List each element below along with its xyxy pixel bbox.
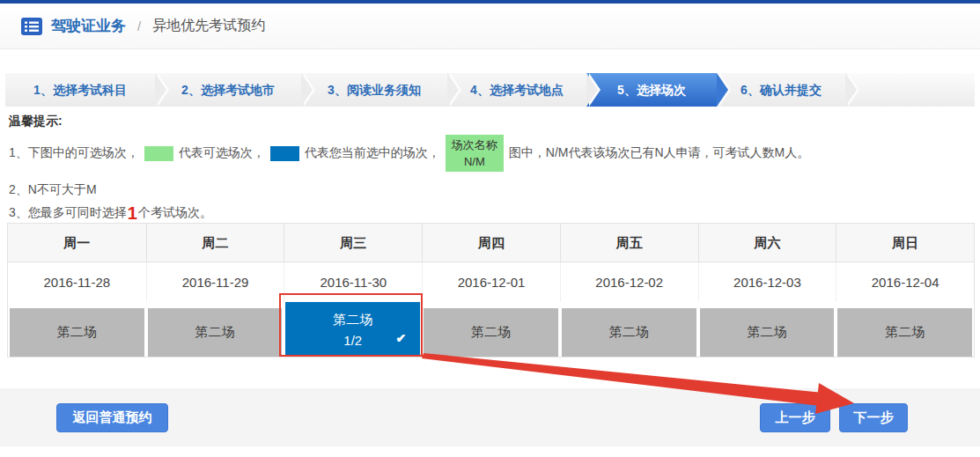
footer-bar: 返回普通预约 上一步 下一步	[0, 388, 980, 446]
tip1-text-b: 代表可选场次，	[179, 145, 265, 161]
weekday-header: 周四	[422, 224, 560, 262]
date-cell: 2016-12-01	[422, 262, 560, 302]
weekday-header: 周三	[284, 224, 422, 262]
weekday-header: 周六	[698, 224, 836, 262]
weekday-header: 周二	[146, 224, 284, 262]
max-select-count: 1	[127, 203, 138, 224]
tab-step-2[interactable]: 2、选择考试地市	[155, 73, 301, 107]
tip3-text-a: 3、您最多可同时选择	[9, 205, 127, 221]
page: 驾驶证业务 / 异地优先考试预约 1、选择考试科目 2、选择考试地市 3、阅读业…	[0, 0, 980, 457]
back-to-normal-booking-button[interactable]: 返回普通预约	[56, 403, 168, 432]
date-cell: 2016-12-04	[836, 262, 974, 302]
breadcrumb-separator: /	[137, 18, 141, 33]
session-cell[interactable]: 第二场	[424, 308, 558, 357]
weekday-header-row: 周一 周二 周三 周四 周五 周六 周日	[8, 224, 974, 262]
session-cell-selected[interactable]: 第二场 1/2 ✔	[285, 302, 420, 357]
tip-line-2: 2、N不可大于M	[9, 182, 980, 198]
tip1-text-d: 图中，N/M代表该场次已有N人申请，可考试人数M人。	[509, 145, 809, 161]
tab-step-5-active[interactable]: 5、选择场次	[586, 73, 717, 107]
next-step-button[interactable]: 下一步	[839, 403, 908, 432]
step-tabs: 1、选择考试科目 2、选择考试地市 3、阅读业务须知 4、选择考试地点 5、选择…	[5, 73, 975, 107]
session-cell[interactable]: 第二场	[700, 308, 835, 357]
session-cell[interactable]: 第二场	[10, 308, 144, 357]
tab-step-6[interactable]: 6、确认并提交	[717, 73, 845, 107]
session-cell[interactable]: 第二场	[562, 308, 696, 357]
tip-line-3: 3、您最多可同时选择 1 个考试场次。	[9, 202, 980, 225]
session-count: 1/2	[343, 333, 362, 348]
date-cell: 2016-11-28	[8, 262, 146, 302]
date-cell: 2016-12-03	[698, 262, 836, 302]
weekday-header: 周日	[836, 224, 974, 262]
page-title[interactable]: 驾驶证业务	[51, 16, 126, 36]
check-icon: ✔	[395, 331, 406, 345]
session-name: 第二场	[333, 312, 372, 328]
schedule-table: 周一 周二 周三 周四 周五 周六 周日 2016-11-28 2016-11-…	[7, 223, 975, 357]
list-icon	[21, 18, 42, 35]
breadcrumb: 驾驶证业务 / 异地优先考试预约	[0, 4, 980, 49]
tip3-text-b: 个考试场次。	[138, 205, 212, 221]
weekday-header: 周一	[8, 224, 146, 262]
date-cell: 2016-11-29	[146, 262, 284, 302]
tab-step-4[interactable]: 4、选择考试地点	[447, 73, 586, 107]
page-subtitle: 异地优先考试预约	[152, 17, 265, 35]
date-row: 2016-11-28 2016-11-29 2016-11-30 2016-12…	[8, 262, 974, 302]
date-cell: 2016-11-30	[284, 262, 422, 302]
blue-swatch-icon	[270, 146, 299, 161]
tip1-text-c: 代表您当前选中的场次，	[305, 145, 440, 161]
tip-line-1: 1、下图中的可选场次， 代表可选场次， 代表您当前选中的场次， 场次名称 N/M…	[9, 133, 980, 173]
legend-sample-box: 场次名称 N/M	[446, 135, 504, 172]
tab-step-1[interactable]: 1、选择考试科目	[5, 73, 155, 107]
green-swatch-icon	[144, 146, 173, 161]
weekday-header: 周五	[560, 224, 698, 262]
tip1-text-a: 1、下图中的可选场次，	[9, 145, 139, 161]
tab-step-3[interactable]: 3、阅读业务须知	[301, 73, 447, 107]
tips-heading: 温馨提示:	[9, 114, 980, 129]
date-cell: 2016-12-02	[560, 262, 698, 302]
session-row: 第二场 第二场 第二场 1/2 ✔ 第二场 第二场 第二场 第二场	[8, 302, 974, 357]
tips-section: 温馨提示: 1、下图中的可选场次， 代表可选场次， 代表您当前选中的场次， 场次…	[0, 107, 980, 223]
legend-session-name: 场次名称	[452, 138, 497, 151]
legend-ratio: N/M	[464, 155, 485, 168]
previous-step-button[interactable]: 上一步	[760, 403, 830, 432]
session-cell[interactable]: 第二场	[148, 308, 283, 357]
session-cell[interactable]: 第二场	[837, 308, 972, 357]
